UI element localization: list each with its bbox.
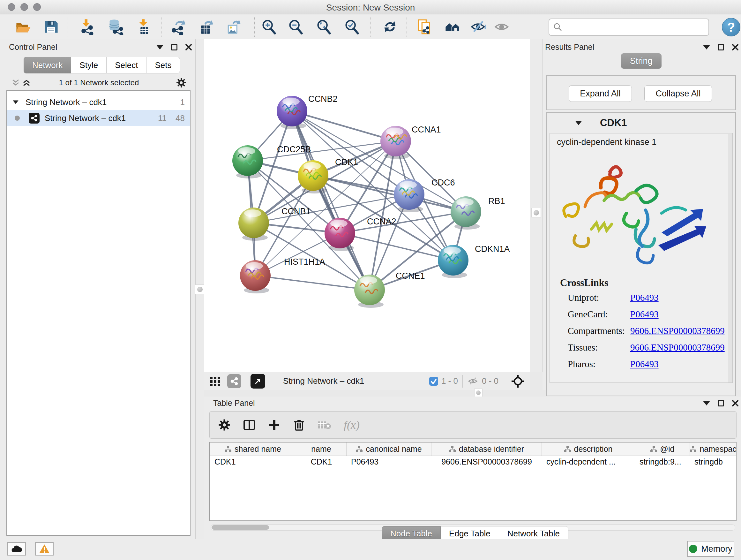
node-table[interactable]: shared namenamecanonical namedatabase id… <box>209 442 737 521</box>
table-cell[interactable]: 9606.ENSP00000378699 <box>431 456 542 469</box>
add-column-icon[interactable] <box>268 419 280 431</box>
splitter-handle[interactable] <box>195 285 205 294</box>
table-cell[interactable]: CDK1 <box>296 456 347 469</box>
export-table-button[interactable] <box>197 18 215 36</box>
duplicate-network-button[interactable] <box>416 18 434 36</box>
results-panel-splitter[interactable] <box>530 39 542 372</box>
show-columns-icon[interactable] <box>243 419 256 431</box>
network-view-icon[interactable] <box>227 374 241 388</box>
table-cell[interactable]: CDK1 <box>210 456 296 469</box>
network-graph[interactable]: CCNB2 CCNA1 CDC25B CDK1 CDC6 RB1 CCNB1 C… <box>204 39 530 372</box>
tab-style[interactable]: Style <box>71 57 107 73</box>
import-network-button[interactable] <box>78 18 96 36</box>
tab-network[interactable]: Network <box>23 57 71 73</box>
results-scrollbar[interactable] <box>728 134 732 382</box>
column-header-namespace[interactable]: namespace <box>690 442 737 455</box>
panel-float-icon[interactable] <box>718 44 724 51</box>
node-CDKN1A[interactable]: CDKN1A <box>438 244 510 278</box>
column-header-database-identifier[interactable]: database identifier <box>431 442 542 455</box>
panel-close-icon[interactable] <box>732 400 739 407</box>
section-collapse-icon[interactable] <box>575 121 582 125</box>
crosslink-link[interactable]: P06493 <box>630 359 659 375</box>
export-network-button[interactable] <box>169 18 187 36</box>
table-cell[interactable]: P06493 <box>347 456 431 469</box>
delete-column-icon[interactable] <box>293 419 306 431</box>
edge-CCNE1-HIST1H1A[interactable] <box>255 275 369 290</box>
tab-sets[interactable]: Sets <box>146 57 180 73</box>
export-image-button[interactable] <box>224 18 242 36</box>
column-header-label: database identifier <box>459 444 524 454</box>
splitter-handle[interactable] <box>474 388 482 397</box>
panel-menu-icon[interactable] <box>156 45 163 50</box>
eye-slash-icon <box>470 18 487 35</box>
crosslink-link[interactable]: 9606.ENSP00000378699 <box>630 326 725 342</box>
scrollbar-thumb[interactable] <box>212 525 269 530</box>
table-row[interactable]: CDK1CDK1P064939606.ENSP00000378699cyclin… <box>210 456 736 469</box>
node-CCNB2[interactable]: CCNB2 <box>277 94 338 129</box>
panel-close-icon[interactable] <box>185 44 192 51</box>
birdseye-crosshair-icon[interactable] <box>511 374 525 388</box>
node-HIST1H1A[interactable]: HIST1H1A <box>240 257 325 294</box>
import-network-from-database-button[interactable] <box>107 18 125 36</box>
network-canvas[interactable]: CCNB2 CCNA1 CDC25B CDK1 CDC6 RB1 CCNB1 C… <box>204 39 530 372</box>
expand-all-networks-icon[interactable] <box>22 78 30 87</box>
network-row[interactable]: String Network – cdk1 11 48 <box>7 110 190 126</box>
splitter-handle[interactable] <box>531 208 541 217</box>
zoom-selected-button[interactable] <box>343 18 361 36</box>
column-header--id[interactable]: @id <box>635 442 690 455</box>
node-RB1[interactable]: RB1 <box>451 196 505 230</box>
import-table-button[interactable] <box>135 18 153 36</box>
cloud-status-button[interactable] <box>7 542 26 556</box>
panel-float-icon[interactable] <box>171 44 178 51</box>
panel-menu-icon[interactable] <box>703 401 710 406</box>
collapse-all-button[interactable]: Collapse All <box>644 85 712 102</box>
left-panel-splitter[interactable] <box>195 39 204 539</box>
tab-string[interactable]: String <box>621 53 662 69</box>
panel-close-icon[interactable] <box>732 44 739 51</box>
tab-select[interactable]: Select <box>107 57 146 73</box>
apply-layout-button[interactable] <box>381 18 399 36</box>
zoom-fit-button[interactable] <box>315 18 333 36</box>
collection-expand-icon[interactable] <box>13 100 18 104</box>
crosslink-link[interactable]: P06493 <box>630 293 659 309</box>
edge-CCNA1-HIST1H1A[interactable] <box>255 141 396 275</box>
first-neighbors-button[interactable] <box>444 18 461 36</box>
node-CDK1[interactable]: CDK1 <box>298 158 358 193</box>
detach-view-button[interactable] <box>251 374 265 388</box>
open-session-button[interactable] <box>14 18 32 36</box>
table-cell[interactable]: cyclin-dependent ... <box>542 456 635 469</box>
panel-float-icon[interactable] <box>718 400 724 407</box>
crosslink-link[interactable]: 9606.ENSP00000378699 <box>630 342 725 359</box>
zoom-out-button[interactable] <box>287 18 305 36</box>
grid-view-icon[interactable] <box>209 375 221 388</box>
table-cell[interactable]: stringdb <box>690 456 737 469</box>
column-header-description[interactable]: description <box>542 442 635 455</box>
toolbar-separator <box>407 17 407 37</box>
zoom-in-button[interactable] <box>260 18 278 36</box>
save-session-button[interactable] <box>42 18 60 36</box>
edge-CCNA2-CDKN1A[interactable] <box>340 233 453 260</box>
table-cell[interactable]: stringdb:9... <box>635 456 690 469</box>
column-header-canonical-name[interactable]: canonical name <box>347 442 431 455</box>
column-header-name[interactable]: name <box>296 442 347 455</box>
crosslink-link[interactable]: P06493 <box>630 309 659 326</box>
warnings-button[interactable] <box>35 542 54 556</box>
panel-menu-icon[interactable] <box>703 45 710 50</box>
collapse-all-networks-icon[interactable] <box>11 78 20 87</box>
show-all-button[interactable] <box>493 18 511 36</box>
hide-selected-button[interactable] <box>470 18 488 36</box>
node-CCNA1[interactable]: CCNA1 <box>381 125 441 159</box>
help-button[interactable]: ? <box>722 18 740 37</box>
column-header-shared-name[interactable]: shared name <box>210 442 296 455</box>
crosslinks-title: CrossLinks <box>560 277 608 289</box>
memory-button[interactable]: Memory <box>687 541 734 557</box>
search-input[interactable] <box>565 22 704 32</box>
expand-all-button[interactable]: Expand All <box>569 85 632 102</box>
network-collection-row[interactable]: String Network – cdk1 1 <box>7 94 190 110</box>
table-options-gear-icon[interactable] <box>218 419 231 431</box>
selected-nodes-checkbox-icon[interactable] <box>428 376 439 386</box>
crosslink-label: GeneCard: <box>568 309 630 326</box>
node-CCNE1[interactable]: CCNE1 <box>354 271 425 308</box>
gene-section-header[interactable]: CDK1 <box>547 113 735 133</box>
network-options-gear-icon[interactable] <box>176 78 186 88</box>
